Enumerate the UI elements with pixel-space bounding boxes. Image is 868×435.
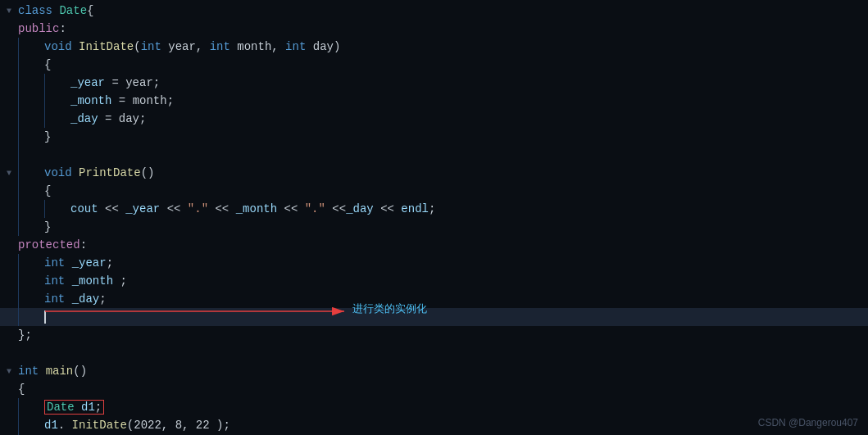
token: _year: [125, 202, 160, 215]
indent-guide: [18, 254, 44, 272]
indent-12: [18, 200, 70, 218]
token: ".": [305, 202, 325, 215]
token: ;: [95, 401, 102, 414]
token: d1: [81, 401, 95, 414]
indent-guide: [44, 200, 70, 218]
token: InitDate: [79, 40, 134, 53]
token: ;: [113, 274, 127, 288]
token: _month: [236, 202, 277, 215]
watermark: CSDN @Dangerou407: [758, 417, 858, 428]
token: int: [44, 256, 65, 270]
indent-10: [18, 164, 44, 182]
token: Date: [59, 4, 87, 17]
code-line-15: int _year;: [0, 254, 868, 272]
indent-guide: [18, 272, 44, 290]
code-line-2: public:: [0, 20, 868, 38]
token: ;: [25, 329, 31, 342]
token: [65, 292, 71, 306]
token: int: [18, 365, 39, 378]
indent-3: [18, 38, 44, 56]
token: = month;: [111, 94, 174, 107]
token: ;: [429, 202, 435, 215]
token: [65, 256, 71, 270]
fold-icon-21[interactable]: ▼: [0, 367, 18, 376]
token: = year;: [105, 76, 160, 89]
token: [39, 365, 45, 378]
indent-guide: [44, 74, 70, 92]
token: void: [44, 166, 72, 179]
indent-guide: [18, 38, 44, 56]
token: <<: [277, 202, 305, 215]
token: ;: [99, 292, 106, 306]
code-line-6: _month = month;: [0, 92, 868, 110]
indent-guide: [44, 92, 70, 110]
token: (): [73, 365, 87, 378]
code-line-23: Date d1;: [0, 398, 868, 416]
token: public: [18, 22, 59, 35]
code-line-4: {: [0, 56, 868, 74]
code-line-9: [0, 146, 868, 164]
token: endl: [401, 202, 429, 215]
token: [75, 401, 81, 414]
code-line-16: int _month ;: [0, 272, 868, 290]
indent-guide: [18, 218, 44, 236]
code-line-17: int _day;: [0, 290, 868, 308]
token: Date: [47, 401, 75, 414]
token: <<: [208, 202, 236, 215]
token: :: [80, 238, 87, 251]
token: int: [285, 40, 306, 53]
token: day): [306, 40, 340, 53]
token: [72, 166, 79, 179]
indent-9: [18, 146, 44, 164]
indent-guide: [18, 182, 44, 200]
token: main: [46, 365, 74, 378]
code-line-5: _year = year;: [0, 74, 868, 92]
token: _month: [72, 274, 113, 288]
indent-5: [18, 74, 70, 92]
code-line-13: }: [0, 218, 868, 236]
code-line-10: ▼void PrintDate(): [0, 164, 868, 182]
indent-23: [18, 398, 44, 416]
code-line-22: {: [0, 380, 868, 398]
code-line-24: d1. InitDate(2022, 8, 22 );: [0, 416, 868, 434]
token: (): [141, 166, 155, 179]
indent-guide: [18, 146, 44, 164]
annotation-label: 进行类的实例化: [352, 301, 427, 316]
code-line-8: }: [0, 128, 868, 146]
indent-guide: [18, 164, 44, 182]
fold-icon-10[interactable]: ▼: [0, 169, 18, 178]
token: _year: [72, 256, 107, 270]
token: class: [18, 4, 52, 17]
indent-8: [18, 128, 44, 146]
token: cout: [70, 202, 98, 215]
indent-guide: [18, 200, 44, 218]
code-line-20: [0, 344, 868, 362]
token: int: [44, 274, 65, 288]
indent-guide: [18, 92, 44, 110]
indent-guide: [18, 308, 44, 326]
token: <<: [374, 202, 402, 215]
code-line-19: };: [0, 326, 868, 344]
code-line-14: protected:: [0, 236, 868, 254]
indent-guide: [18, 74, 44, 92]
token: _year: [70, 76, 105, 89]
code-line-1: ▼class Date{: [0, 2, 868, 20]
token: [72, 40, 79, 53]
token: void: [44, 40, 72, 53]
token: (2022, 8, 22 );: [127, 419, 230, 432]
token: month,: [230, 40, 285, 53]
token: [65, 274, 71, 288]
token: .: [58, 419, 65, 432]
token: {: [18, 383, 25, 396]
token: year,: [161, 40, 210, 53]
indent-13: [18, 218, 44, 236]
indent-18: [18, 308, 44, 326]
code-editor: ▼class Date{public:void InitDate(int yea…: [0, 0, 868, 435]
indent-guide: [18, 56, 44, 74]
fold-icon-1[interactable]: ▼: [0, 7, 18, 16]
code-line-3: void InitDate(int year, int month, int d…: [0, 38, 868, 56]
token: = day;: [98, 112, 147, 125]
token: PrintDate: [79, 166, 141, 179]
text-cursor: [44, 310, 46, 324]
token: int: [210, 40, 230, 53]
